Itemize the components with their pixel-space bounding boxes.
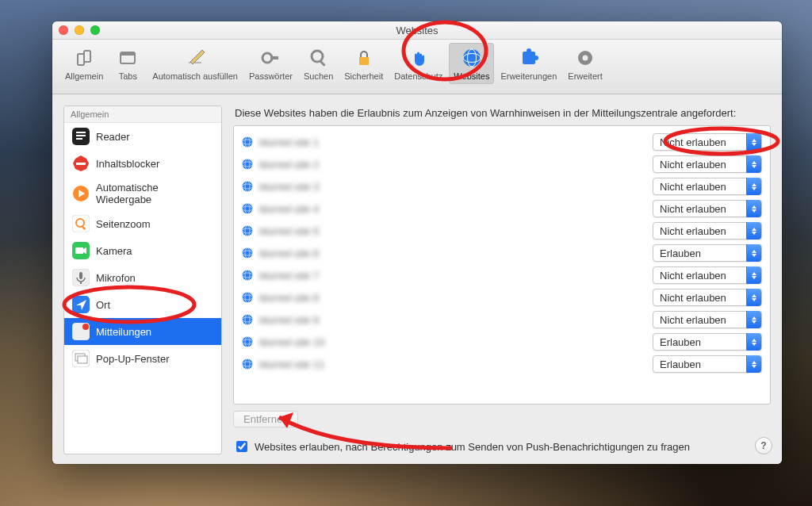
websites-icon bbox=[460, 46, 484, 70]
permission-select[interactable]: Erlauben bbox=[653, 355, 762, 373]
stepper-icon bbox=[746, 133, 761, 151]
sidebar-item-5[interactable]: Mikrofon bbox=[64, 264, 221, 291]
website-row[interactable]: blurred site 9Nicht erlauben bbox=[239, 309, 765, 331]
general-icon bbox=[72, 46, 96, 70]
sidebar-item-8[interactable]: Pop-Up-Fenster bbox=[64, 345, 221, 372]
sidebar-item-6[interactable]: Ort bbox=[64, 291, 221, 318]
website-row[interactable]: blurred site 5Nicht erlauben bbox=[239, 220, 765, 242]
permission-select[interactable]: Nicht erlauben bbox=[653, 178, 762, 195]
allow-checkbox-label: Websites erlauben, nach Berechtigungen z… bbox=[255, 441, 690, 453]
window-title: Websites bbox=[396, 25, 438, 36]
tab-label: Websites bbox=[454, 71, 489, 81]
sidebar-item-label: Pop-Up-Fenster bbox=[96, 353, 169, 365]
tab-tabs[interactable]: Tabs bbox=[109, 43, 146, 84]
website-row[interactable]: blurred site 4Nicht erlauben bbox=[239, 197, 765, 220]
permission-value: Nicht erlauben bbox=[660, 314, 726, 326]
tab-search[interactable]: Suchen bbox=[299, 43, 338, 84]
sidebar-item-icon bbox=[72, 323, 90, 340]
website-row[interactable]: blurred site 7Nicht erlauben bbox=[239, 264, 765, 286]
permission-value: Erlauben bbox=[660, 358, 701, 370]
help-button[interactable]: ? bbox=[755, 437, 772, 454]
sidebar-item-label: Ort bbox=[96, 299, 110, 311]
tab-general[interactable]: Allgemein bbox=[60, 43, 108, 84]
permission-select[interactable]: Erlauben bbox=[653, 333, 762, 351]
sidebar-item-3[interactable]: Seitenzoom bbox=[64, 210, 221, 237]
website-row[interactable]: blurred site 10Erlauben bbox=[239, 331, 765, 353]
website-row[interactable]: blurred site 6Erlauben bbox=[239, 242, 765, 264]
sidebar-item-4[interactable]: Kamera bbox=[64, 237, 221, 264]
sidebar-item-7[interactable]: Mitteilungen bbox=[64, 318, 221, 345]
website-row[interactable]: blurred site 1Nicht erlauben bbox=[239, 131, 765, 153]
stepper-icon bbox=[746, 178, 761, 195]
permission-select[interactable]: Erlauben bbox=[653, 244, 762, 262]
site-favicon-icon bbox=[242, 181, 253, 192]
permission-select[interactable]: Nicht erlauben bbox=[653, 155, 762, 173]
site-favicon-icon bbox=[242, 292, 253, 303]
toolbar: AllgemeinTabsAutomatisch ausfüllenPasswö… bbox=[52, 40, 782, 94]
tab-passwords[interactable]: Passwörter bbox=[244, 43, 297, 84]
sidebar-item-icon bbox=[72, 242, 90, 259]
sidebar-item-label: Mikrofon bbox=[96, 272, 136, 284]
stepper-icon bbox=[746, 355, 761, 373]
stepper-icon bbox=[746, 155, 761, 173]
tab-label: Erweiterungen bbox=[500, 71, 557, 81]
permission-select[interactable]: Nicht erlauben bbox=[653, 200, 762, 217]
website-row[interactable]: blurred site 2Nicht erlauben bbox=[239, 153, 765, 175]
permission-select[interactable]: Nicht erlauben bbox=[653, 222, 762, 240]
tabs-icon bbox=[116, 46, 140, 70]
advanced-icon bbox=[573, 46, 597, 70]
sidebar-item-0[interactable]: Reader bbox=[64, 123, 221, 150]
tab-websites[interactable]: Websites bbox=[449, 43, 494, 84]
stepper-icon bbox=[746, 311, 761, 328]
stepper-icon bbox=[746, 333, 761, 351]
tab-extensions[interactable]: Erweiterungen bbox=[496, 43, 561, 84]
minimize-window-button[interactable] bbox=[75, 25, 84, 35]
sidebar-item-1[interactable]: Inhaltsblocker bbox=[64, 150, 221, 177]
tab-label: Allgemein bbox=[65, 71, 103, 81]
sidebar-item-icon bbox=[72, 215, 90, 232]
sidebar-item-2[interactable]: Automatische Wiedergabe bbox=[64, 177, 221, 210]
tab-label: Passwörter bbox=[249, 71, 293, 81]
permission-select[interactable]: Nicht erlauben bbox=[653, 266, 762, 284]
autofill-icon bbox=[183, 46, 207, 70]
site-name: blurred site 3 bbox=[259, 181, 646, 193]
stepper-icon bbox=[746, 200, 761, 217]
website-row[interactable]: blurred site 3Nicht erlauben bbox=[239, 175, 765, 197]
sidebar-item-icon bbox=[72, 185, 90, 202]
permission-value: Erlauben bbox=[660, 247, 701, 259]
permission-select[interactable]: Nicht erlauben bbox=[653, 289, 762, 306]
sidebar-item-label: Kamera bbox=[96, 245, 132, 257]
sidebar-item-label: Reader bbox=[96, 131, 130, 143]
permission-value: Nicht erlauben bbox=[660, 270, 726, 282]
site-favicon-icon bbox=[242, 136, 253, 148]
tab-label: Sicherheit bbox=[344, 71, 383, 81]
content-area: Allgemein ReaderInhaltsblockerAutomatisc… bbox=[52, 94, 782, 464]
tab-privacy[interactable]: Datenschutz bbox=[389, 43, 447, 84]
panel-heading: Diese Websites haben die Erlaubnis zum A… bbox=[233, 105, 771, 125]
main-panel: Diese Websites haben die Erlaubnis zum A… bbox=[233, 105, 771, 454]
zoom-window-button[interactable] bbox=[90, 25, 100, 35]
tab-label: Automatisch ausfüllen bbox=[152, 71, 238, 81]
allow-checkbox-row[interactable]: Websites erlauben, nach Berechtigungen z… bbox=[233, 439, 771, 454]
permission-select[interactable]: Nicht erlauben bbox=[653, 133, 762, 151]
tab-security[interactable]: Sicherheit bbox=[339, 43, 388, 84]
passwords-icon bbox=[259, 46, 282, 70]
security-icon bbox=[352, 46, 376, 70]
tab-label: Tabs bbox=[119, 71, 137, 81]
permission-select[interactable]: Nicht erlauben bbox=[653, 311, 762, 328]
allow-checkbox[interactable] bbox=[236, 441, 247, 452]
permission-value: Nicht erlauben bbox=[660, 225, 726, 237]
permission-value: Nicht erlauben bbox=[660, 159, 726, 171]
tab-label: Erweitert bbox=[568, 71, 602, 81]
website-row[interactable]: blurred site 11Erlauben bbox=[239, 353, 765, 375]
remove-button[interactable]: Entfernen bbox=[233, 411, 298, 427]
titlebar: Websites bbox=[52, 21, 782, 40]
tab-advanced[interactable]: Erweitert bbox=[563, 43, 607, 84]
site-favicon-icon bbox=[242, 225, 253, 236]
site-favicon-icon bbox=[242, 336, 253, 347]
site-favicon-icon bbox=[242, 159, 253, 170]
website-row[interactable]: blurred site 8Nicht erlauben bbox=[239, 286, 765, 309]
website-list: blurred site 1Nicht erlaubenblurred site… bbox=[233, 125, 771, 404]
tab-autofill[interactable]: Automatisch ausfüllen bbox=[147, 43, 243, 84]
close-window-button[interactable] bbox=[59, 25, 68, 35]
